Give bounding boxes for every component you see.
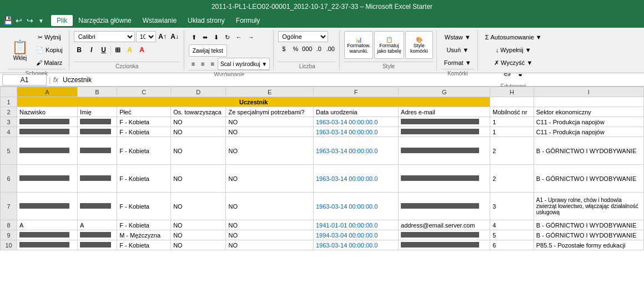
menu-plik[interactable]: Plik — [51, 15, 73, 26]
menu-uklad[interactable]: Układ strony — [182, 15, 230, 26]
col-header-G[interactable]: G — [399, 87, 490, 97]
cell-B5[interactable] — [77, 137, 117, 165]
cell-F3[interactable]: 1963-03-14 00:00:00.0 — [313, 117, 398, 127]
copy-button[interactable]: 📄 Kopiuj — [33, 44, 66, 56]
cell-H3[interactable]: 1 — [490, 117, 534, 127]
cell-E5[interactable]: NO — [226, 137, 314, 165]
cell-A6[interactable] — [17, 165, 78, 193]
cell-G7[interactable] — [399, 193, 490, 220]
cell-D2[interactable]: Os. towarzysząca — [171, 107, 226, 117]
italic-button[interactable]: I — [86, 44, 97, 55]
cell-I5[interactable]: B - GÓRNICTWO I WYDOBYWANIE — [534, 137, 643, 165]
col-header-E[interactable]: E — [226, 87, 314, 97]
menu-formuly[interactable]: Formuły — [230, 15, 265, 26]
format-as-table-btn[interactable]: 📋 Formatujjako tabelę — [374, 31, 404, 59]
decimal-decrease-btn[interactable]: .00 — [325, 43, 336, 54]
cell-H4[interactable]: 1 — [490, 127, 534, 137]
number-format-select[interactable]: Ogólne — [278, 31, 328, 42]
text-direction-btn[interactable]: ↻ — [222, 31, 233, 43]
border-btn[interactable]: ⊞ — [112, 44, 123, 55]
col-header-F[interactable]: F — [313, 87, 398, 97]
cell-G5[interactable] — [399, 137, 490, 165]
cell-D10[interactable]: NO — [171, 240, 226, 250]
cell-A10[interactable] — [17, 240, 78, 250]
align-center-btn[interactable]: ≡ — [198, 58, 207, 70]
cell-I10[interactable]: P85.5 - Pozostałe formy edukacji — [534, 240, 643, 250]
font-grow-btn[interactable]: A↑ — [157, 31, 168, 42]
col-header-B[interactable]: B — [77, 87, 117, 97]
cell-G10[interactable] — [399, 240, 490, 250]
cell-E6[interactable]: NO — [226, 165, 314, 193]
cell-G2[interactable]: Adres e-mail — [399, 107, 490, 117]
cell-A7[interactable] — [17, 193, 78, 220]
cell-D5[interactable]: NO — [171, 137, 226, 165]
cell-E9[interactable]: NO — [226, 230, 314, 240]
cell-B6[interactable] — [77, 165, 117, 193]
col-header-A[interactable]: A — [17, 87, 78, 97]
cell-H1[interactable] — [490, 97, 534, 107]
cell-F6[interactable]: 1963-03-14 00:00:00.0 — [313, 165, 398, 193]
cell-F2[interactable]: Data urodzenia — [313, 107, 398, 117]
cell-C3[interactable]: F - Kobieta — [117, 117, 171, 127]
cell-G3[interactable] — [399, 117, 490, 127]
cell-D9[interactable]: NO — [171, 230, 226, 240]
cell-C8[interactable]: F - Kobieta — [117, 220, 171, 230]
cell-G9[interactable] — [399, 230, 490, 240]
fill-btn[interactable]: ↓ Wypełnij ▼ — [482, 44, 545, 56]
autosum-btn[interactable]: Σ Autosumowanie ▼ — [482, 31, 545, 43]
cell-C2[interactable]: Płeć — [117, 107, 171, 117]
cell-I8[interactable]: B - GÓRNICTWO I WYDOBYWANIE — [534, 220, 643, 230]
menu-narzedzia[interactable]: Narzędzia główne — [73, 15, 137, 26]
insert-btn[interactable]: Wstaw ▼ — [441, 31, 474, 43]
align-top-btn[interactable]: ⬆ — [189, 31, 199, 43]
indent-decrease-btn[interactable]: ← — [233, 31, 245, 43]
merge-center-button[interactable]: Scal i wyśrodkuj ▼ — [218, 58, 270, 70]
cell-B10[interactable] — [77, 240, 117, 250]
cell-E7[interactable]: NO — [226, 193, 314, 220]
cell-F7[interactable]: 1963-03-14 00:00:00.0 — [313, 193, 398, 220]
cell-A2[interactable]: Nazwisko — [17, 107, 78, 117]
format-btn-komorki[interactable]: Format ▼ — [441, 57, 474, 69]
indent-increase-btn[interactable]: → — [245, 31, 257, 43]
col-header-I[interactable]: I — [534, 87, 643, 97]
cell-C4[interactable]: F - Kobieta — [117, 127, 171, 137]
undo-quick-btn[interactable]: ↩ — [13, 15, 24, 26]
cell-styles-btn[interactable]: 🎨 Stylekomórki — [405, 31, 433, 59]
cell-D3[interactable]: NO — [171, 117, 226, 127]
cell-H10[interactable]: 6 — [490, 240, 534, 250]
cell-D6[interactable]: NO — [171, 165, 226, 193]
cell-A3[interactable] — [17, 117, 78, 127]
cell-H8[interactable]: 4 — [490, 220, 534, 230]
delete-btn[interactable]: Usuń ▼ — [441, 44, 474, 56]
currency-btn[interactable]: $ — [278, 43, 289, 54]
cell-A8[interactable]: A — [17, 220, 78, 230]
col-header-C[interactable]: C — [117, 87, 171, 97]
align-right-btn[interactable]: ≡ — [208, 58, 217, 70]
font-color-btn[interactable]: A — [137, 44, 148, 55]
cell-E3[interactable]: NO — [226, 117, 314, 127]
cell-F9[interactable]: 1994-03-04 00:00:00.0 — [313, 230, 398, 240]
col-header-D[interactable]: D — [171, 87, 226, 97]
cell-F4[interactable]: 1963-03-14 00:00:00.0 — [313, 127, 398, 137]
font-size-select[interactable]: 10 — [136, 31, 156, 42]
menu-wstawianie[interactable]: Wstawianie — [137, 15, 182, 26]
save-quick-btn[interactable]: 💾 — [2, 15, 13, 26]
cell-D4[interactable]: NO — [171, 127, 226, 137]
cell-F8[interactable]: 1941-01-01 00:00:00.0 — [313, 220, 398, 230]
font-shrink-btn[interactable]: A↓ — [169, 31, 180, 42]
formula-input[interactable] — [61, 76, 642, 84]
cell-A4[interactable] — [17, 127, 78, 137]
cell-I7[interactable]: A1 - Uprawy rolne, chów i hodowla zwierz… — [534, 193, 643, 220]
cell-B3[interactable] — [77, 117, 117, 127]
cell-D7[interactable]: NO — [171, 193, 226, 220]
cell-E10[interactable]: NO — [226, 240, 314, 250]
cell-D8[interactable]: NO — [171, 220, 226, 230]
cell-B8[interactable]: A — [77, 220, 117, 230]
cell-F10[interactable]: 1963-03-14 00:00:00.0 — [313, 240, 398, 250]
cell-A5[interactable] — [17, 137, 78, 165]
col-header-H[interactable]: H — [490, 87, 534, 97]
font-family-select[interactable]: Calibri — [74, 31, 135, 42]
cell-C5[interactable]: F - Kobieta — [117, 137, 171, 165]
cell-C6[interactable]: F - Kobieta — [117, 165, 171, 193]
cell-H7[interactable]: 3 — [490, 193, 534, 220]
